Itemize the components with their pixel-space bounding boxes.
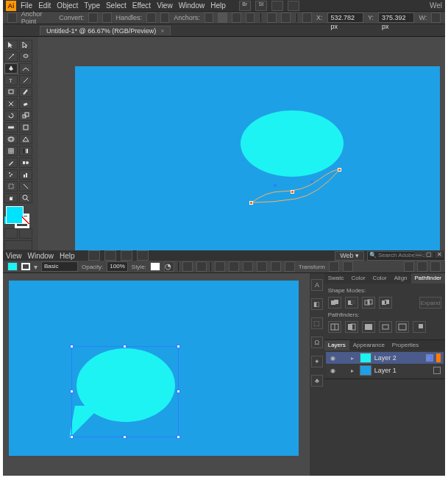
isolate-icon[interactable] (267, 13, 277, 23)
bbox-handle-bc[interactable] (123, 435, 127, 439)
align-c-icon[interactable] (229, 261, 239, 272)
exclude-icon[interactable] (379, 297, 392, 309)
menu-file[interactable]: File (21, 1, 32, 10)
visibility-icon[interactable]: ◉ (329, 353, 338, 362)
bbox-handle-ml[interactable] (70, 390, 74, 393)
line-tool[interactable] (19, 75, 32, 85)
align-t-icon[interactable] (257, 261, 267, 272)
stroke-swatch-b[interactable] (21, 263, 30, 270)
zoom-tool[interactable] (19, 193, 32, 203)
anchor-point-1[interactable] (249, 201, 253, 205)
bbox-handle-mr[interactable] (177, 390, 180, 393)
lasso-tool[interactable] (19, 52, 32, 62)
stock-icon-b[interactable] (104, 250, 116, 261)
nofill-icon[interactable] (7, 13, 17, 23)
arrange2-icon[interactable] (288, 1, 299, 11)
align-r-icon[interactable] (243, 261, 253, 272)
eraser-tool[interactable] (19, 99, 32, 109)
align-icon[interactable] (281, 13, 291, 23)
expand-layer-icon[interactable]: ▸ (351, 367, 357, 374)
menu-edit[interactable]: Edit (38, 1, 51, 10)
align-ctrl-2[interactable] (196, 261, 207, 272)
selection-bounding-box[interactable] (72, 347, 178, 437)
maximize-icon[interactable]: ▢ (424, 250, 433, 258)
align-m-icon[interactable] (271, 261, 281, 272)
anchor-remove-icon[interactable] (205, 13, 214, 23)
transform-label[interactable]: Transform (299, 264, 325, 270)
close-icon[interactable]: ✕ (435, 250, 444, 258)
ellipse-shape[interactable] (241, 110, 344, 177)
magic-wand-tool[interactable] (4, 52, 18, 62)
convert-smooth-icon[interactable] (102, 13, 112, 23)
menu-window[interactable]: Window (179, 1, 205, 10)
direct-select-tool[interactable] (19, 40, 32, 50)
strip-swatch-icon[interactable]: ◧ (311, 298, 323, 310)
screen-mode-icon[interactable] (4, 240, 32, 250)
layer-row[interactable]: ◉ ▸ Layer 2 ○ (326, 352, 444, 364)
menu-object[interactable]: Object (57, 1, 78, 10)
doc-tab[interactable]: Untitled-1* @ 66.67% (RGB/Preview) × (40, 26, 171, 35)
opacity-field[interactable]: 100% (107, 261, 127, 272)
minus-back-icon[interactable] (413, 321, 426, 333)
menu-help-b[interactable]: Help (60, 252, 75, 260)
curvature-tool[interactable] (19, 63, 32, 74)
handles-2-icon[interactable] (160, 13, 170, 23)
convert-corner-icon[interactable] (88, 13, 98, 23)
tab-color2[interactable]: Color (369, 273, 391, 284)
layer-row[interactable]: ◉ ▸ Layer 1 (326, 365, 444, 376)
y-field[interactable]: 375.392 px (378, 13, 414, 23)
handle-1[interactable] (274, 184, 277, 187)
anchor-4-icon[interactable] (246, 13, 255, 23)
anchor-add-icon[interactable] (218, 13, 227, 23)
arrange2-icon-b[interactable] (137, 250, 149, 261)
paintbrush-tool[interactable] (19, 87, 32, 97)
workspace-label[interactable]: Wel (430, 1, 442, 10)
strip-symbols-icon[interactable]: ✦ (311, 356, 323, 367)
strip-type-icon[interactable]: A (311, 279, 323, 291)
tab-swatches[interactable]: Swatc (324, 273, 348, 284)
unite-icon[interactable] (328, 297, 341, 309)
isolate-b-icon[interactable] (329, 261, 339, 272)
bbox-handle-tr[interactable] (177, 345, 180, 348)
anchor-point-2[interactable] (291, 190, 294, 194)
canvas-area-top[interactable] (38, 37, 445, 253)
merge-icon[interactable] (362, 321, 375, 333)
symbol-spray-tool[interactable] (4, 169, 18, 180)
grid-icon[interactable] (404, 261, 414, 272)
prefs-icon[interactable] (417, 261, 427, 272)
align-l-icon[interactable] (215, 261, 225, 272)
menu-window-b[interactable]: Window (28, 252, 54, 260)
eyedropper-tool[interactable] (4, 158, 18, 168)
canvas-area-bot[interactable] (3, 273, 310, 476)
width-tool[interactable] (4, 122, 18, 133)
artboard-tool[interactable] (4, 181, 18, 191)
bbox-handle-tc[interactable] (123, 345, 127, 348)
strip-brushes-icon[interactable]: ♣ (311, 375, 323, 387)
column-graph-tool[interactable] (19, 169, 32, 180)
menu-effect[interactable]: Effect (132, 1, 151, 10)
blend-tool[interactable] (19, 158, 32, 168)
shape-builder-tool[interactable] (4, 134, 18, 144)
menu-view-b[interactable]: View (6, 252, 22, 260)
menu-view[interactable]: View (157, 1, 173, 10)
trim-icon[interactable] (345, 321, 358, 333)
fill-swatch[interactable] (6, 206, 24, 224)
handle-2[interactable] (310, 180, 313, 183)
bbox-handle-tl[interactable] (70, 345, 74, 348)
x-field[interactable]: 532.782 px (327, 13, 363, 23)
hand-tool[interactable] (4, 193, 18, 203)
expand-button[interactable]: Expand (419, 297, 441, 309)
rotate-tool[interactable] (4, 110, 18, 121)
mesh-tool[interactable] (4, 146, 18, 156)
none-mode-icon[interactable] (22, 216, 29, 224)
arrange-icon[interactable] (271, 1, 283, 11)
ref-point-icon[interactable] (302, 13, 312, 23)
close-tab-icon[interactable]: × (160, 27, 164, 35)
tab-layers[interactable]: Layers (324, 340, 349, 351)
stock-icon[interactable]: St (255, 1, 267, 11)
bbox-handle-br[interactable] (177, 435, 180, 439)
fill-swatch-b[interactable] (7, 262, 18, 271)
minimize-icon[interactable]: — (414, 250, 423, 258)
arrange-icon-b[interactable] (121, 250, 132, 261)
divide-icon[interactable] (328, 321, 341, 333)
